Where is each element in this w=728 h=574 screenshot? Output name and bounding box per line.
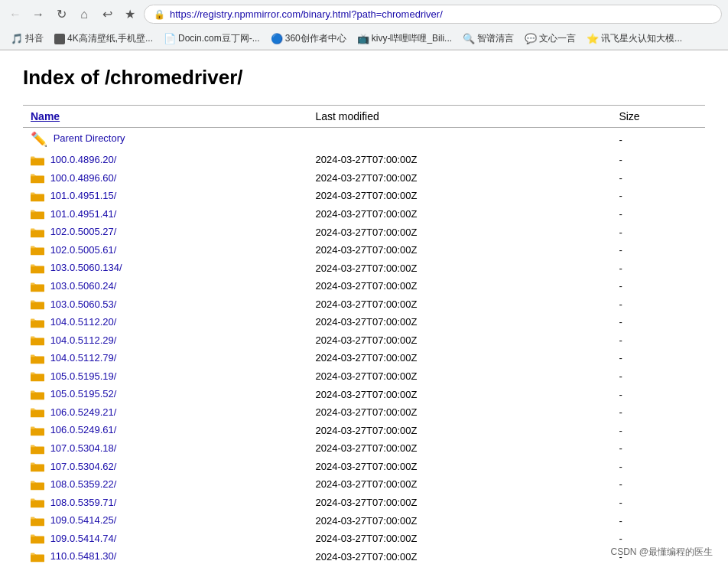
home-button[interactable]: ⌂ — [75, 5, 93, 24]
bookmark-360[interactable]: 🔵 360创作者中心 — [266, 31, 351, 47]
svg-rect-20 — [31, 265, 34, 267]
svg-rect-35 — [31, 354, 34, 357]
file-date-cell: 2024-03-27T07:00:00Z — [307, 511, 611, 530]
table-row: 105.0.5195.52/ 2024-03-27T07:00:00Z - — [23, 385, 705, 403]
bookmark-xunfei[interactable]: ⭐ 讯飞星火认知大模... — [582, 31, 687, 47]
bookmarks-bar: 🎵 抖音 4K高清壁纸,手机壁... 📄 Docin.com豆丁网-... 🔵 … — [0, 28, 728, 50]
lock-icon: 🔒 — [154, 9, 165, 20]
forward-button[interactable]: → — [29, 5, 47, 24]
back-button[interactable]: ← — [6, 5, 24, 24]
folder-link[interactable]: 103.0.5060.24/ — [50, 280, 117, 292]
folder-link[interactable]: 110.0.5481.30/ — [50, 550, 117, 562]
folder-link[interactable]: 100.0.4896.60/ — [50, 172, 117, 184]
folder-link[interactable]: 109.0.5414.74/ — [50, 533, 117, 544]
file-date-cell: 2024-03-27T07:00:00Z — [307, 494, 611, 512]
folder-link[interactable]: 104.0.5112.29/ — [50, 334, 117, 346]
file-name-cell: 109.0.5414.25/ — [23, 511, 307, 530]
file-name-cell: 100.0.4896.60/ — [23, 169, 307, 188]
folder-link[interactable]: 102.0.5005.27/ — [50, 226, 117, 237]
browser-nav: ← → ↻ ⌂ ↩ ★ 🔒 https://registry.npmmirror… — [0, 0, 728, 28]
folder-link[interactable]: 106.0.5249.21/ — [50, 406, 117, 418]
star-button[interactable]: ★ — [121, 5, 139, 24]
folder-link[interactable]: 105.0.5195.52/ — [50, 388, 117, 400]
folder-link[interactable]: 101.0.4951.41/ — [50, 208, 117, 220]
file-name-cell: 101.0.4951.41/ — [23, 205, 307, 223]
reload-button[interactable]: ↻ — [52, 5, 70, 24]
file-name-cell: 103.0.5060.53/ — [23, 295, 307, 314]
back-button2[interactable]: ↩ — [98, 5, 116, 24]
folder-link[interactable]: 107.0.5304.18/ — [50, 442, 117, 454]
url-text: https://registry.npmmirror.com/binary.ht… — [170, 8, 443, 20]
file-name-cell: 103.0.5060.134/ — [23, 259, 307, 277]
folder-link[interactable]: 108.0.5359.71/ — [50, 497, 117, 508]
bookmark-tiktok[interactable]: 🎵 抖音 — [6, 31, 48, 47]
file-table: Name Last modified Size ✏️ Parent Direct… — [23, 105, 705, 566]
bookmark-wenxin[interactable]: 💬 文心一言 — [520, 31, 580, 47]
folder-link[interactable]: 109.0.5414.25/ — [50, 514, 117, 526]
parent-date-cell — [307, 128, 611, 152]
modified-column-header: Last modified — [307, 106, 611, 128]
table-row: 108.0.5359.22/ 2024-03-27T07:00:00Z - — [23, 475, 705, 494]
table-row: 102.0.5005.27/ 2024-03-27T07:00:00Z - — [23, 223, 705, 241]
file-size-cell: - — [611, 458, 705, 476]
folder-icon — [31, 497, 44, 508]
folder-icon — [31, 426, 44, 436]
address-bar[interactable]: 🔒 https://registry.npmmirror.com/binary.… — [144, 5, 722, 24]
folder-link[interactable]: 106.0.5249.61/ — [50, 424, 117, 435]
svg-rect-44 — [31, 409, 34, 411]
file-size-cell: - — [611, 241, 705, 259]
table-row: 103.0.5060.53/ 2024-03-27T07:00:00Z - — [23, 295, 705, 314]
table-row: 108.0.5359.71/ 2024-03-27T07:00:00Z - — [23, 494, 705, 512]
folder-link[interactable]: 102.0.5005.61/ — [50, 244, 117, 256]
file-name-cell: 105.0.5195.52/ — [23, 385, 307, 403]
folder-icon — [31, 461, 44, 472]
folder-link[interactable]: 104.0.5112.20/ — [50, 316, 117, 328]
table-row: 105.0.5195.19/ 2024-03-27T07:00:00Z - — [23, 367, 705, 386]
wenxin-icon: 💬 — [525, 33, 537, 44]
bookmark-wallpaper[interactable]: 4K高清壁纸,手机壁... — [50, 31, 158, 47]
file-size-cell: - — [611, 421, 705, 439]
bookmark-label: 讯飞星火认知大模... — [601, 32, 682, 45]
bookmark-docin[interactable]: 📄 Docin.com豆丁网-... — [159, 31, 265, 47]
folder-link[interactable]: 104.0.5112.79/ — [50, 352, 117, 364]
svg-rect-68 — [31, 553, 34, 556]
svg-rect-47 — [31, 427, 34, 429]
table-row: 107.0.5304.62/ 2024-03-27T07:00:00Z - — [23, 458, 705, 476]
table-row: 100.0.4896.20/ 2024-03-27T07:00:00Z - — [23, 151, 705, 169]
wallpaper-icon — [54, 34, 65, 44]
folder-icon — [31, 552, 44, 563]
svg-rect-50 — [31, 445, 34, 447]
parent-dir-link[interactable]: Parent Directory — [54, 132, 125, 144]
file-size-cell: - — [611, 349, 705, 367]
bookmark-kivy[interactable]: 📺 kivy-哔哩哔哩_Bili... — [353, 31, 457, 47]
folder-link[interactable]: 103.0.5060.134/ — [50, 262, 122, 273]
file-name-cell: 102.0.5005.27/ — [23, 223, 307, 241]
folder-icon — [31, 354, 44, 364]
folder-link[interactable]: 105.0.5195.19/ — [50, 370, 117, 382]
folder-link[interactable]: 108.0.5359.22/ — [50, 478, 117, 490]
folder-link[interactable]: 107.0.5304.62/ — [50, 461, 117, 472]
folder-link[interactable]: 103.0.5060.53/ — [50, 298, 117, 310]
folder-link[interactable]: 100.0.4896.20/ — [50, 154, 117, 165]
folder-icon — [31, 480, 44, 491]
file-date-cell: 2024-03-27T07:00:00Z — [307, 205, 611, 223]
folder-icon — [31, 335, 44, 346]
table-row: 109.0.5414.74/ 2024-03-27T07:00:00Z - — [23, 530, 705, 548]
bookmark-zhipu[interactable]: 🔍 智谱清言 — [458, 31, 518, 47]
folder-icon — [31, 299, 44, 310]
file-size-cell: - — [611, 439, 705, 458]
table-row: 104.0.5112.29/ 2024-03-27T07:00:00Z - — [23, 331, 705, 350]
folder-link[interactable]: 101.0.4951.15/ — [50, 190, 117, 201]
svg-rect-5 — [31, 174, 34, 177]
zhipu-icon: 🔍 — [463, 33, 475, 44]
file-date-cell: 2024-03-27T07:00:00Z — [307, 421, 611, 439]
name-column-header[interactable]: Name — [23, 106, 307, 128]
folder-icon — [31, 407, 44, 418]
docin-icon: 📄 — [164, 33, 176, 44]
bookmark-label: Docin.com豆丁网-... — [178, 32, 260, 45]
svg-rect-56 — [31, 481, 34, 483]
bookmark-label: kivy-哔哩哔哩_Bili... — [372, 32, 452, 45]
file-name-cell: 106.0.5249.21/ — [23, 403, 307, 422]
folder-icon — [31, 390, 44, 400]
parent-size-cell: - — [611, 128, 705, 152]
